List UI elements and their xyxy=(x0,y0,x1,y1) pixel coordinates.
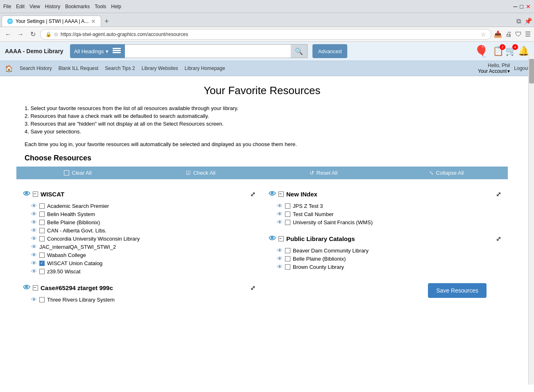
check-all-button[interactable]: ☑ Check All xyxy=(139,170,262,176)
close-button[interactable]: ✕ xyxy=(526,3,531,10)
eye-icon[interactable]: 👁 xyxy=(277,219,283,225)
case-eye-icon[interactable]: 👁 xyxy=(23,284,30,292)
print-icon[interactable]: 🖨 xyxy=(505,31,512,38)
item-label: CAN - Alberta Govt. Libs. xyxy=(47,228,106,234)
item-checkbox[interactable] xyxy=(39,228,45,233)
eye-icon[interactable]: 👁 xyxy=(31,211,37,217)
eye-icon[interactable]: 👁 xyxy=(31,268,37,275)
item-checkbox[interactable] xyxy=(285,264,290,270)
nav-search-tips[interactable]: Search Tips 2 xyxy=(105,65,135,71)
case-group-checkbox[interactable] xyxy=(33,285,38,291)
pin-icon[interactable]: 📌 xyxy=(524,17,532,25)
menu-bookmarks[interactable]: Bookmarks xyxy=(65,4,90,9)
forward-button[interactable]: → xyxy=(16,29,25,39)
scrollbar[interactable] xyxy=(528,57,534,316)
search-button[interactable]: 🔍 xyxy=(291,44,308,58)
eye-icon[interactable]: 👁 xyxy=(31,252,37,258)
minimize-button[interactable]: ─ xyxy=(514,3,518,10)
eye-icon[interactable]: 👁 xyxy=(277,247,283,254)
restore-icon[interactable]: ⧉ xyxy=(516,18,521,25)
item-checkbox[interactable] xyxy=(39,297,45,302)
eye-icon[interactable]: 👁 xyxy=(277,264,283,270)
wiscat-eye-icon[interactable]: 👁 xyxy=(23,190,30,198)
bell-icon-wrap[interactable]: 🔔 xyxy=(518,46,529,56)
home-icon[interactable]: 🏠 xyxy=(5,65,13,72)
menu-icon[interactable]: ☰ xyxy=(525,30,531,38)
nav-library-homepage[interactable]: Library Homepage xyxy=(185,65,225,71)
account-dropdown[interactable]: Your Account ▾ xyxy=(478,68,510,74)
shield-icon[interactable]: 🛡 xyxy=(515,31,522,38)
reset-all-label: Reset All xyxy=(317,170,337,176)
new-index-eye-icon[interactable]: 👁 xyxy=(269,190,276,198)
browser-menu[interactable]: File Edit View History Bookmarks Tools H… xyxy=(3,4,121,9)
wiscat-group-checkbox[interactable] xyxy=(33,191,38,197)
refresh-button[interactable]: ↻ xyxy=(28,29,38,39)
new-index-group-checkbox[interactable] xyxy=(278,191,284,197)
eye-icon[interactable]: 👁 xyxy=(31,243,37,250)
item-checkbox[interactable] xyxy=(285,256,290,261)
menu-view[interactable]: View xyxy=(29,4,40,9)
advanced-button[interactable]: Advanced xyxy=(312,44,348,58)
eye-icon[interactable]: 👁 xyxy=(31,260,37,266)
item-checkbox-checked[interactable] xyxy=(39,261,45,266)
item-checkbox[interactable] xyxy=(285,203,290,209)
eye-icon[interactable]: 👁 xyxy=(277,255,283,262)
menu-edit[interactable]: Edit xyxy=(16,4,25,9)
note-text: Each time you log in, your favorite reso… xyxy=(25,141,500,147)
tab-close-button[interactable]: ✕ xyxy=(91,18,96,25)
heading-dropdown[interactable]: All Headings ▾ xyxy=(70,44,125,58)
tab-favicon: 🌐 xyxy=(7,18,13,24)
eye-icon[interactable]: 👁 xyxy=(31,296,37,303)
reset-all-button[interactable]: ↺ Reset All xyxy=(262,170,385,176)
item-checkbox[interactable] xyxy=(39,220,45,225)
collapse-all-button[interactable]: ⤡ Collapse All xyxy=(385,170,508,176)
bookmark-star-icon[interactable]: ☆ xyxy=(481,31,486,38)
nav-library-websites[interactable]: Library Websites xyxy=(142,65,178,71)
search-input[interactable] xyxy=(125,44,291,58)
eye-icon[interactable]: 👁 xyxy=(31,235,37,242)
item-checkbox[interactable] xyxy=(285,220,290,225)
menu-help[interactable]: Help xyxy=(111,4,121,9)
menu-file[interactable]: File xyxy=(3,4,11,9)
cart-icon-wrap[interactable]: 🛒 4 xyxy=(505,46,516,56)
eye-icon[interactable]: 👁 xyxy=(31,219,37,225)
new-index-expand-icon[interactable]: ⤢ xyxy=(496,191,501,198)
item-checkbox[interactable] xyxy=(39,236,45,241)
pocket-icon[interactable]: 📥 xyxy=(494,30,502,38)
nav-search-history[interactable]: Search History xyxy=(20,65,52,71)
clear-all-button[interactable]: Clear All xyxy=(16,170,139,176)
collapse-all-icon: ⤡ xyxy=(429,170,434,176)
nav-blank-ill[interactable]: Blank ILL Request xyxy=(59,65,99,71)
item-label: Belle Plaine (Biblionix) xyxy=(47,219,100,225)
save-resources-button[interactable]: Save Resources xyxy=(428,283,486,298)
window-controls[interactable]: ─ □ ✕ xyxy=(514,3,531,10)
public-lib-expand-icon[interactable]: ⤢ xyxy=(496,235,501,243)
logout-button[interactable]: Logout xyxy=(514,65,529,71)
eye-icon[interactable]: 👁 xyxy=(31,203,37,209)
scrollbar-thumb[interactable] xyxy=(529,59,534,83)
back-button[interactable]: ← xyxy=(3,29,13,39)
browser-tab-icons: ⧉ 📌 xyxy=(516,17,532,27)
wiscat-expand-icon[interactable]: ⤢ xyxy=(250,191,256,198)
eye-icon[interactable]: 👁 xyxy=(277,203,283,209)
item-checkbox[interactable] xyxy=(285,212,290,217)
messages-icon-wrap[interactable]: 📋 2 xyxy=(493,46,504,56)
case-expand-icon[interactable]: ⤢ xyxy=(250,284,256,292)
public-lib-eye-icon[interactable]: 👁 xyxy=(269,234,276,243)
browser-tab-active[interactable]: 🌐 Your Settings | STWI | AAAA | A... ✕ xyxy=(2,16,101,27)
item-checkbox[interactable] xyxy=(39,203,45,209)
browser-right-icons: 📥 🖨 🛡 ☰ xyxy=(494,30,531,38)
menu-history[interactable]: History xyxy=(45,4,60,9)
item-checkbox[interactable] xyxy=(39,212,45,217)
public-lib-group-checkbox[interactable] xyxy=(278,236,284,241)
new-tab-button[interactable]: + xyxy=(102,17,111,26)
eye-icon[interactable]: 👁 xyxy=(277,211,283,217)
item-checkbox[interactable] xyxy=(39,252,45,258)
menu-tools[interactable]: Tools xyxy=(95,4,106,9)
item-checkbox[interactable] xyxy=(285,248,290,253)
address-bar[interactable]: 🔒 ⊙ https://qa-stwi-agent.auto-graphics.… xyxy=(40,29,491,40)
item-checkbox[interactable] xyxy=(39,269,45,274)
eye-icon[interactable]: 👁 xyxy=(31,227,37,234)
url-text[interactable]: https://qa-stwi-agent.auto-graphics.com/… xyxy=(61,32,478,37)
maximize-button[interactable]: □ xyxy=(520,3,523,10)
